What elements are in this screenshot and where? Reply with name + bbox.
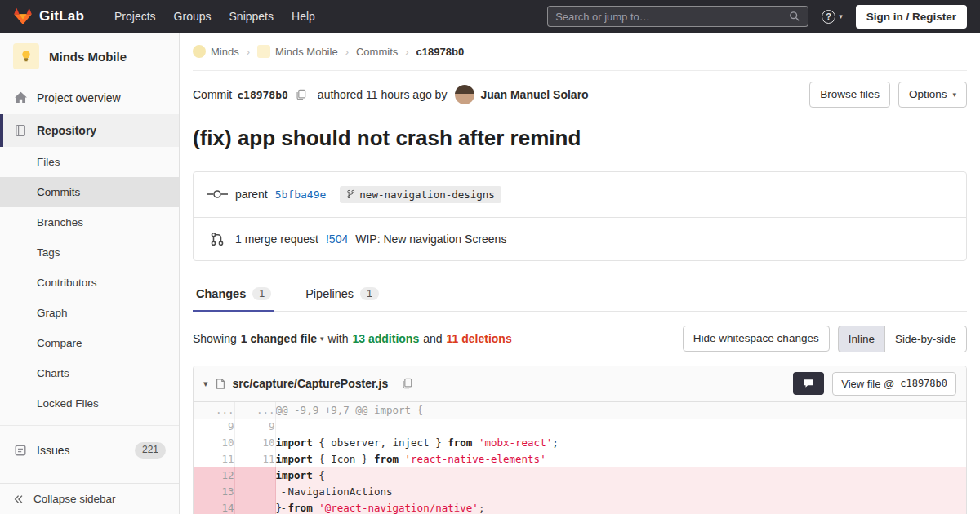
collapse-sidebar-button[interactable]: Collapse sidebar <box>0 483 179 514</box>
new-line-number[interactable] <box>234 500 275 514</box>
commit-info-box: parent 5bfba49e new-navigation-designs <box>193 171 967 261</box>
new-line-number[interactable]: 11 <box>234 451 275 467</box>
sidebar-item-repository[interactable]: Repository <box>0 114 179 147</box>
new-line-number[interactable] <box>234 484 275 500</box>
issues-icon <box>13 444 28 457</box>
sidebar-divider <box>0 425 179 426</box>
sidebar-item-contributors[interactable]: Contributors <box>0 268 179 298</box>
with-label: with <box>328 332 349 345</box>
diff-code-line: -import { <box>275 467 966 484</box>
question-icon: ? <box>822 10 835 24</box>
merge-request-link[interactable]: !504 <box>326 233 348 246</box>
diff-row-context: 1111import { Icon } from 'react-native-e… <box>194 451 966 467</box>
sidebar-item-compare[interactable]: Compare <box>0 328 179 358</box>
sidebar-nav: Project overview Repository Files Commit… <box>0 78 179 483</box>
breadcrumb-group-label: Minds <box>211 46 239 58</box>
and-label: and <box>423 332 442 345</box>
author-avatar[interactable] <box>455 85 474 104</box>
parent-sha-link[interactable]: 5bfba49e <box>275 188 327 201</box>
view-file-button[interactable]: View file @ c18978b0 <box>832 372 956 396</box>
branch-ref-label[interactable]: new-navigation-designs <box>340 186 501 203</box>
hide-whitespace-button[interactable]: Hide whitespace changes <box>683 326 830 352</box>
breadcrumb-group[interactable]: Minds <box>193 45 239 58</box>
merge-request-count-text: 1 merge request <box>235 233 318 246</box>
new-line-number[interactable]: 10 <box>234 435 275 451</box>
parent-label: parent <box>235 188 268 201</box>
navbar-links: Projects Groups Snippets Help <box>105 1 324 32</box>
diff-line-sign: - <box>281 484 287 500</box>
sidebar-item-issues[interactable]: Issues 221 <box>0 432 179 468</box>
breadcrumb-current-sha: c18978b0 <box>416 46 465 58</box>
project-context[interactable]: Minds Mobile <box>0 33 179 78</box>
commit-label: Commit <box>193 88 232 101</box>
new-line-number: ... <box>234 402 275 419</box>
deletions-count: 11 deletions <box>447 332 512 345</box>
commit-meta-row: Commit c18978b0 authored 11 hours ago by… <box>193 82 967 108</box>
project-sidebar: Minds Mobile Project overview Repository… <box>0 33 180 514</box>
old-line-number[interactable]: 12 <box>194 467 234 484</box>
additions-count: 13 additions <box>353 332 420 345</box>
inline-view-button[interactable]: Inline <box>838 326 885 352</box>
group-avatar <box>193 45 206 58</box>
parent-row: parent 5bfba49e new-navigation-designs <box>194 172 966 217</box>
old-line-number[interactable]: 13 <box>194 484 234 500</box>
changed-files-label: 1 changed file <box>241 332 317 345</box>
code-segment: @@ -9,9 +9,7 @@ import { <box>276 404 424 416</box>
sidebar-item-locked-files[interactable]: Locked Files <box>0 388 179 419</box>
tab-pipelines-label: Pipelines <box>305 287 354 300</box>
new-line-number[interactable]: 9 <box>234 419 275 435</box>
help-dropdown[interactable]: ? ▾ <box>822 10 843 24</box>
copy-sha-button[interactable] <box>293 87 308 102</box>
breadcrumb-project-label: Minds Mobile <box>275 46 338 58</box>
old-line-number[interactable]: 11 <box>194 451 234 467</box>
navbar-item-projects[interactable]: Projects <box>105 1 165 32</box>
sidebar-item-label: Repository <box>37 124 96 137</box>
breadcrumb-project[interactable]: Minds Mobile <box>257 45 338 58</box>
sidebar-item-commits[interactable]: Commits <box>0 177 179 207</box>
commit-title: (fix) app should not crash after remind <box>193 125 967 152</box>
old-line-number: ... <box>194 402 234 419</box>
commit-actions: Browse files Options ▾ <box>809 82 967 108</box>
sign-in-button[interactable]: Sign in / Register <box>856 5 967 29</box>
tab-changes[interactable]: Changes 1 <box>193 277 274 311</box>
gitlab-logo[interactable]: GitLab <box>13 7 84 26</box>
breadcrumb-separator-icon: › <box>345 46 349 58</box>
navbar-item-groups[interactable]: Groups <box>165 1 220 32</box>
toggle-comments-button[interactable] <box>793 372 824 395</box>
merge-request-row: 1 merge request !504 WIP: New navigation… <box>194 217 966 260</box>
breadcrumb-separator-icon: › <box>247 46 250 58</box>
navbar-item-snippets[interactable]: Snippets <box>220 1 283 32</box>
old-line-number[interactable]: 14 <box>194 500 234 514</box>
sidebar-item-tags[interactable]: Tags <box>0 237 179 268</box>
code-segment: '@react-navigation/native' <box>318 502 479 514</box>
diff-line-sign: - <box>281 500 287 514</box>
sidebar-item-project-overview[interactable]: Project overview <box>0 81 179 114</box>
sidebar-item-graph[interactable]: Graph <box>0 298 179 328</box>
code-segment: NavigationActions <box>276 485 393 498</box>
copy-file-path-button[interactable] <box>399 376 414 391</box>
side-by-side-view-button[interactable]: Side-by-side <box>884 326 967 352</box>
sidebar-item-files[interactable]: Files <box>0 147 179 177</box>
breadcrumb-commits[interactable]: Commits <box>356 46 398 58</box>
global-search[interactable] <box>547 6 808 27</box>
new-line-number[interactable] <box>234 467 275 484</box>
project-avatar <box>13 43 39 69</box>
options-dropdown-button[interactable]: Options ▾ <box>898 82 967 108</box>
old-line-number[interactable]: 10 <box>194 435 234 451</box>
browse-files-button[interactable]: Browse files <box>809 82 890 108</box>
search-input[interactable] <box>555 11 789 23</box>
diff-code-line <box>275 419 966 435</box>
author-name[interactable]: Juan Manuel Solaro <box>480 88 588 101</box>
tab-pipelines[interactable]: Pipelines 1 <box>302 277 382 311</box>
code-segment: { Icon } <box>313 453 374 465</box>
code-segment: 'react-native-elements' <box>405 453 546 465</box>
sidebar-item-branches[interactable]: Branches <box>0 207 179 237</box>
diff-file-path[interactable]: src/capture/CapturePoster.js <box>233 377 389 390</box>
old-line-number[interactable]: 9 <box>194 419 234 435</box>
sidebar-item-charts[interactable]: Charts <box>0 358 179 388</box>
sidebar-item-label: Project overview <box>37 91 121 104</box>
tab-changes-count: 1 <box>252 287 271 300</box>
navbar-item-help[interactable]: Help <box>283 1 324 32</box>
collapse-diff-icon[interactable]: ▾ <box>203 379 208 389</box>
changed-files-dropdown[interactable]: 1 changed file ▾ <box>241 332 324 345</box>
